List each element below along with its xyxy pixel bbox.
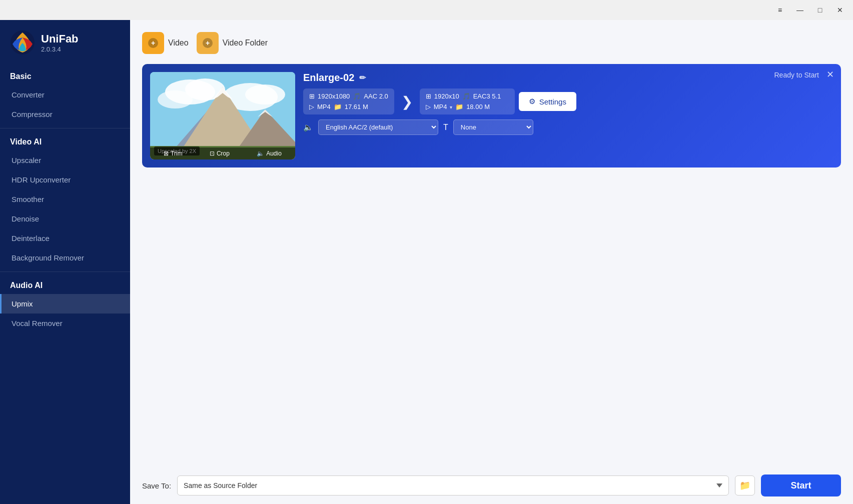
section-label-videoai: Video AI	[0, 132, 130, 150]
output-audio: EAC3 5.1	[473, 92, 501, 100]
add-folder-button[interactable]: + Video Folder	[197, 32, 268, 54]
file-icon: 📁	[334, 103, 342, 110]
output-size: 18.00 M	[466, 103, 490, 110]
svg-text:+: +	[151, 39, 155, 47]
source-format: MP4	[317, 103, 331, 110]
source-size: 17.61 M	[345, 103, 368, 110]
ready-label: Ready to Start	[774, 71, 819, 79]
out-audio-icon: 🎵	[462, 92, 470, 100]
save-to-select[interactable]: Same as Source Folder	[177, 476, 729, 496]
out-play-icon: ▷	[426, 103, 431, 110]
title-bar: ≡ — □ ✕	[0, 0, 853, 20]
format-dropdown-icon[interactable]: ▾	[450, 104, 452, 110]
add-video-icon: +	[142, 32, 164, 54]
output-format-row: ▷ MP4 ▾ 📁 18.00 M	[426, 103, 509, 110]
out-file-icon: 📁	[455, 103, 463, 110]
video-title: Enlarge-02	[303, 72, 354, 84]
add-folder-icon: +	[197, 32, 219, 54]
play-icon: ▷	[309, 103, 314, 110]
video-info-panel: Enlarge-02 ✏ ⊞ 1920x1080 🎵	[303, 72, 833, 135]
output-resolution-row: ⊞ 1920x10 🎵 EAC3 5.1	[426, 92, 509, 100]
folder-browse-button[interactable]: 📁	[735, 476, 755, 496]
arrow-icon: ❯	[398, 94, 416, 110]
sidebar-item-denoise[interactable]: Denoise	[0, 209, 130, 228]
sidebar-item-compressor[interactable]: Compressor	[0, 104, 130, 124]
svg-point-14	[158, 90, 193, 108]
folder-browse-icon: 📁	[739, 480, 750, 491]
source-resolution-row: ⊞ 1920x1080 🎵 AAC 2.0	[309, 92, 388, 100]
add-folder-label: Video Folder	[223, 38, 268, 48]
sidebar-item-deinterlace[interactable]: Deinterlace	[0, 228, 130, 248]
sidebar-item-vocal-remover[interactable]: Vocal Remover	[0, 314, 130, 333]
close-card-button[interactable]: ✕	[826, 69, 834, 80]
settings-gear-icon: ⚙	[529, 97, 535, 106]
subtitle-select[interactable]: None	[453, 120, 533, 135]
trim-icon: ⊠	[164, 150, 169, 157]
audio-track-select[interactable]: English AAC/2 (default)	[318, 120, 438, 135]
add-video-button[interactable]: + Video	[142, 32, 189, 54]
app-body: UniFab 2.0.3.4 Basic Converter Compresso…	[0, 20, 853, 504]
sidebar: UniFab 2.0.3.4 Basic Converter Compresso…	[0, 20, 130, 504]
save-to-label: Save To:	[142, 482, 171, 490]
crop-icon: ⊡	[210, 150, 215, 157]
output-format-box: ⊞ 1920x10 🎵 EAC3 5.1 ▷ MP4 ▾	[420, 88, 515, 114]
maximize-button[interactable]: □	[812, 3, 828, 17]
video-title-row: Enlarge-02 ✏	[303, 72, 833, 84]
sidebar-item-hdr-upconverter[interactable]: HDR Upconverter	[0, 170, 130, 190]
subtitle-text-icon: T	[443, 123, 448, 132]
source-format-row: ▷ MP4 📁 17.61 M	[309, 103, 388, 110]
source-resolution: 1920x1080	[318, 92, 350, 100]
sidebar-item-converter[interactable]: Converter	[0, 85, 130, 104]
audio-track-icon: 🎵	[353, 92, 361, 100]
video-area: Ready to Start ✕	[142, 64, 841, 467]
toolbar: + Video + Video Folder	[142, 32, 841, 54]
format-rows: ⊞ 1920x1080 🎵 AAC 2.0 ▷ MP4 📁 17.61 M	[303, 88, 833, 114]
bottom-bar: Save To: Same as Source Folder 📁 Start	[142, 472, 841, 504]
audio-button[interactable]: 🔈 Audio	[257, 150, 282, 157]
out-resolution-icon: ⊞	[426, 92, 431, 100]
section-label-audioai: Audio AI	[0, 276, 130, 294]
app-version: 2.0.3.4	[41, 46, 79, 53]
svg-point-13	[245, 84, 285, 104]
edit-title-icon[interactable]: ✏	[359, 73, 366, 82]
divider-2	[0, 272, 130, 272]
folder-plus-icon: +	[143, 34, 163, 52]
logo-section: UniFab 2.0.3.4	[0, 20, 130, 67]
app-logo-icon	[10, 30, 35, 55]
app-name: UniFab	[41, 32, 79, 46]
audio-speaker-icon: 🔈	[303, 122, 313, 132]
svg-text:+: +	[206, 39, 210, 47]
video-thumbnail: Upscaled by 2X ⊠ Trim ⊡ Crop 🔈	[150, 72, 295, 160]
audio-subtitle-row: 🔈 English AAC/2 (default) T None	[303, 120, 833, 135]
trim-button[interactable]: ⊠ Trim	[164, 150, 183, 157]
crop-button[interactable]: ⊡ Crop	[210, 150, 230, 157]
output-format: MP4 ▾	[434, 103, 452, 110]
close-button[interactable]: ✕	[832, 3, 848, 17]
source-format-box: ⊞ 1920x1080 🎵 AAC 2.0 ▷ MP4 📁 17.61 M	[303, 88, 394, 114]
minimize-button[interactable]: —	[792, 3, 808, 17]
folder-icon: +	[198, 34, 218, 52]
output-resolution: 1920x10	[434, 92, 459, 100]
video-card: Ready to Start ✕	[142, 64, 841, 168]
logo-text: UniFab 2.0.3.4	[41, 32, 79, 53]
video-controls-bar: ⊠ Trim ⊡ Crop 🔈 Audio	[150, 148, 295, 160]
section-label-basic: Basic	[0, 67, 130, 85]
source-audio: AAC 2.0	[364, 92, 388, 100]
audio-icon: 🔈	[257, 150, 264, 157]
main-content: + Video + Video Folder	[130, 20, 853, 504]
divider-1	[0, 128, 130, 128]
sidebar-item-smoother[interactable]: Smoother	[0, 190, 130, 209]
window-controls: ≡ — □ ✕	[772, 3, 848, 17]
add-video-label: Video	[168, 38, 189, 48]
sidebar-item-upscaler[interactable]: Upscaler	[0, 150, 130, 170]
video-card-top: Upscaled by 2X ⊠ Trim ⊡ Crop 🔈	[150, 72, 833, 160]
sidebar-item-upmix[interactable]: Upmix	[0, 294, 130, 314]
sidebar-item-background-remover[interactable]: Background Remover	[0, 248, 130, 268]
settings-button[interactable]: ⚙ Settings	[519, 92, 576, 111]
menu-button[interactable]: ≡	[772, 3, 788, 17]
start-button[interactable]: Start	[761, 474, 841, 496]
resolution-icon: ⊞	[309, 92, 315, 100]
